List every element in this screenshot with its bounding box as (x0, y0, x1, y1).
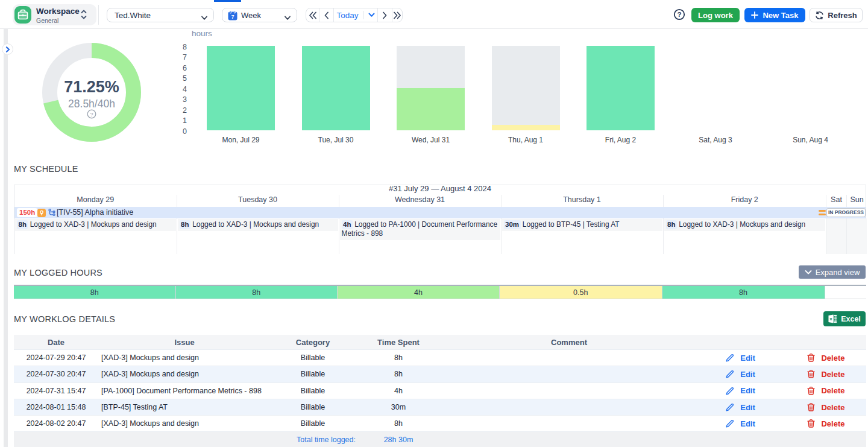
svg-text:x: x (829, 316, 832, 322)
svg-text:?: ? (677, 11, 681, 18)
svg-text:?: ? (90, 111, 93, 118)
svg-text:7: 7 (231, 14, 234, 20)
